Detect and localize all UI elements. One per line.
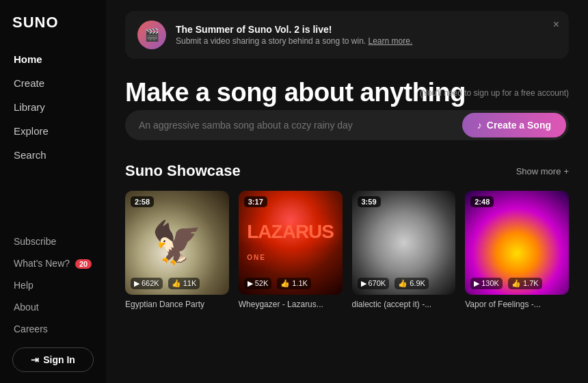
like-icon: 👍	[280, 279, 290, 288]
banner-close-button[interactable]: ×	[553, 19, 559, 30]
card-stats: ▶ 670K 👍 6.9K	[358, 278, 451, 289]
card-duration: 2:48	[470, 196, 494, 207]
sidebar-item-whats-new[interactable]: What's New? 20	[5, 253, 101, 274]
card-stats: ▶ 52K 👍 1.1K	[244, 278, 337, 289]
card-plays: ▶ 52K	[244, 278, 272, 289]
card-thumbnail: 🦅 2:58 ▶ 662K 👍 11K	[125, 191, 229, 295]
sidebar-item-search[interactable]: Search	[5, 144, 101, 166]
like-icon: 👍	[511, 279, 521, 288]
card-stats: ▶ 130K 👍 1.7K	[470, 278, 563, 289]
cards-row: 🦅 2:58 ▶ 662K 👍 11K Egyptian Dance Party…	[125, 191, 569, 309]
card-plays: ▶ 130K	[470, 278, 503, 289]
sidebar-item-home[interactable]: Home	[5, 48, 101, 70]
sign-in-icon: ⇥	[31, 354, 39, 365]
sidebar-item-explore[interactable]: Explore	[5, 120, 101, 142]
sidebar-bottom: Subscribe What's New? 20 Help About Care…	[0, 231, 106, 372]
card-likes: 👍 6.9K	[395, 278, 429, 289]
sidebar-item-careers[interactable]: Careers	[5, 319, 101, 339]
showcase-card-4[interactable]: 2:48 ▶ 130K 👍 1.7K Vapor of Feelings -..…	[465, 191, 569, 309]
like-count: 1.1K	[292, 279, 308, 287]
sign-in-button[interactable]: ⇥ Sign In	[12, 347, 94, 372]
play-count: 662K	[142, 279, 159, 287]
card-title: Wheygazer - Lazarus...	[239, 300, 343, 309]
play-icon: ▶	[248, 279, 253, 288]
banner-title: The Summer of Suno Vol. 2 is live!	[176, 24, 412, 35]
card-title: dialectic (accept it) -...	[352, 300, 456, 309]
card-likes: 👍 1.7K	[508, 278, 542, 289]
banner-text: The Summer of Suno Vol. 2 is live! Submi…	[176, 24, 412, 46]
card-duration: 3:59	[358, 196, 381, 207]
card-stats: ▶ 662K 👍 11K	[131, 278, 224, 289]
play-icon: ▶	[361, 279, 366, 288]
showcase-card-3[interactable]: 3:59 ▶ 670K 👍 6.9K dialectic (accept it)…	[352, 191, 456, 309]
like-icon: 👍	[172, 279, 181, 288]
nav: Home Create Library Explore Search	[0, 48, 106, 166]
banner: 🎬 The Summer of Suno Vol. 2 is live! Sub…	[125, 11, 569, 59]
card-title: Egyptian Dance Party	[125, 300, 229, 309]
showcase-title: Suno Showcase	[125, 162, 241, 180]
card-likes: 👍 1.1K	[277, 278, 311, 289]
show-more-button[interactable]: Show more +	[516, 166, 569, 176]
sidebar-item-about[interactable]: About	[5, 297, 101, 317]
play-icon: ▶	[474, 279, 479, 288]
sidebar-item-create[interactable]: Create	[5, 72, 101, 94]
sidebar-item-subscribe[interactable]: Subscribe	[5, 231, 101, 252]
play-icon: ▶	[134, 279, 139, 288]
song-search-input[interactable]	[139, 120, 462, 131]
banner-subtitle: Submit a video sharing a story behind a …	[176, 36, 412, 46]
sidebar-item-help[interactable]: Help	[5, 275, 101, 295]
card-plays: ▶ 662K	[131, 278, 163, 289]
main-content: 🎬 The Summer of Suno Vol. 2 is live! Sub…	[106, 0, 588, 383]
whats-new-badge: 20	[75, 259, 92, 269]
banner-link[interactable]: Learn more.	[369, 36, 413, 46]
like-count: 1.7K	[523, 279, 539, 287]
sidebar-item-library[interactable]: Library	[5, 96, 101, 118]
card-duration: 3:17	[244, 196, 267, 207]
play-count: 670K	[369, 279, 386, 287]
create-song-button[interactable]: ♪ Create a Song	[462, 113, 566, 137]
card-title: Vapor of Feelings -...	[465, 300, 569, 309]
card-thumbnail: 2:48 ▶ 130K 👍 1.7K	[465, 191, 569, 295]
plus-icon: +	[563, 166, 569, 176]
banner-icon: 🎬	[137, 21, 166, 49]
showcase-card-1[interactable]: 🦅 2:58 ▶ 662K 👍 11K Egyptian Dance Party	[125, 191, 229, 309]
card-plays: ▶ 670K	[358, 278, 390, 289]
play-count: 52K	[255, 279, 269, 287]
search-bar: ♪ Create a Song	[125, 110, 569, 140]
showcase-card-2[interactable]: LAZARUSONE 3:17 ▶ 52K 👍 1.1K Wheygazer -…	[239, 191, 343, 309]
card-likes: 👍 11K	[168, 278, 200, 289]
showcase-header: Suno Showcase Show more +	[125, 162, 569, 180]
logo: SUNO	[0, 14, 106, 48]
card-thumbnail: LAZARUSONE 3:17 ▶ 52K 👍 1.1K	[239, 191, 343, 295]
music-note-icon: ♪	[477, 120, 482, 131]
card-duration: 2:58	[131, 196, 154, 207]
like-count: 6.9K	[410, 279, 425, 287]
play-count: 130K	[481, 279, 499, 287]
card-thumbnail: 3:59 ▶ 670K 👍 6.9K	[352, 191, 456, 295]
sidebar: SUNO Home Create Library Explore Search …	[0, 0, 106, 383]
like-icon: 👍	[398, 279, 407, 288]
like-count: 11K	[183, 279, 197, 287]
